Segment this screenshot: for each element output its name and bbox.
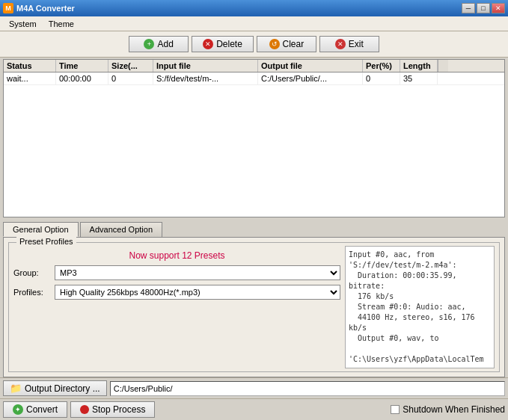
col-time: Time (56, 60, 108, 72)
cell-length: 35 (400, 72, 438, 84)
stop-button[interactable]: Stop Process (70, 401, 155, 418)
stop-icon (80, 405, 89, 414)
group-select[interactable]: MP3 (55, 265, 340, 280)
cell-size: 0 (108, 72, 153, 84)
shutdown-checkbox[interactable] (391, 405, 400, 414)
convert-button[interactable]: ✦ Convert (3, 401, 67, 418)
title-bar: M M4A Converter ─ □ ✕ (0, 0, 508, 16)
exit-icon: ✕ (335, 39, 346, 49)
app-title: M4A Converter (16, 4, 75, 13)
delete-icon: ✕ (203, 39, 213, 49)
bottom-bar: ✦ Convert Stop Process Shutdown When Fin… (0, 398, 508, 420)
col-input: Input file (153, 60, 258, 72)
folder-icon: 📁 (10, 383, 22, 394)
close-button[interactable]: ✕ (492, 3, 505, 13)
clear-button[interactable]: ↺ Clear (257, 36, 316, 52)
add-label: Add (157, 39, 173, 49)
cell-percent: 0 (363, 72, 400, 84)
exit-label: Exit (349, 39, 364, 49)
add-icon: + (144, 39, 154, 49)
file-list-area: Status Time Size(... Input file Output f… (3, 59, 505, 217)
bottom-buttons: ✦ Convert Stop Process (3, 401, 155, 418)
shutdown-area: Shutdown When Finished (391, 404, 505, 415)
col-size: Size(... (108, 60, 153, 72)
file-list-body[interactable]: wait... 00:00:00 0 S:/f/dev/test/m-... C… (4, 72, 504, 214)
shutdown-label: Shutdown When Finished (403, 404, 505, 415)
menu-bar: System Theme (0, 16, 508, 31)
file-list-header: Status Time Size(... Input file Output f… (4, 60, 504, 72)
output-dir-button[interactable]: 📁 Output Directory ... (3, 380, 107, 396)
output-dir-bar: 📁 Output Directory ... (0, 377, 508, 398)
app-icon: M (3, 3, 13, 13)
group-row: Group: MP3 (13, 265, 340, 280)
col-length: Length (400, 60, 438, 72)
tab-advanced[interactable]: Advanced Option (80, 222, 162, 237)
group-label: Group: (13, 268, 55, 277)
info-panel: Input #0, aac, from 'S:/f/dev/test/m-2.m… (345, 246, 495, 368)
preset-inner: Now support 12 Presets Group: MP3 Profil… (13, 246, 495, 368)
minimize-button[interactable]: ─ (462, 3, 475, 13)
tabs-section: General Option Advanced Option Preset Pr… (0, 219, 508, 377)
maximize-button[interactable]: □ (477, 3, 490, 13)
cell-input: S:/f/dev/test/m-... (153, 72, 258, 84)
col-percent: Per(%) (363, 60, 400, 72)
table-row[interactable]: wait... 00:00:00 0 S:/f/dev/test/m-... C… (4, 72, 504, 85)
clear-icon: ↺ (269, 39, 280, 49)
stop-label: Stop Process (92, 404, 145, 415)
exit-button[interactable]: ✕ Exit (319, 36, 379, 52)
clear-label: Clear (283, 39, 305, 49)
tab-bar: General Option Advanced Option (3, 222, 505, 237)
toolbar: + Add ✕ Delete ↺ Clear ✕ Exit (0, 31, 508, 58)
preset-profiles: Preset Profiles Now support 12 Presets G… (8, 242, 500, 372)
profiles-row: Profiles: High Quality 256kbps 48000Hz(*… (13, 285, 340, 300)
convert-icon: ✦ (13, 404, 23, 415)
add-button[interactable]: + Add (129, 36, 189, 52)
menu-system[interactable]: System (3, 18, 43, 30)
profiles-select[interactable]: High Quality 256kbps 48000Hz(*.mp3) (55, 285, 340, 300)
preset-left: Now support 12 Presets Group: MP3 Profil… (13, 246, 340, 368)
output-dir-input[interactable] (110, 381, 505, 396)
support-text: Now support 12 Presets (13, 250, 340, 261)
delete-label: Delete (216, 39, 242, 49)
profiles-label: Profiles: (13, 288, 55, 297)
main-content: + Add ✕ Delete ↺ Clear ✕ Exit Status Tim… (0, 31, 508, 420)
cell-time: 00:00:00 (56, 72, 108, 84)
output-dir-label: Output Directory ... (25, 383, 100, 394)
menu-theme[interactable]: Theme (43, 18, 80, 30)
cell-output: C:/Users/Public/... (258, 72, 363, 84)
col-status: Status (4, 60, 56, 72)
cell-status: wait... (4, 72, 56, 84)
title-bar-left: M M4A Converter (3, 3, 75, 13)
convert-label: Convert (26, 404, 58, 415)
tab-general[interactable]: General Option (3, 222, 79, 237)
scrollbar-spacer (438, 60, 448, 72)
tab-content: Preset Profiles Now support 12 Presets G… (3, 237, 505, 377)
col-output: Output file (258, 60, 363, 72)
preset-legend: Preset Profiles (16, 237, 76, 246)
delete-button[interactable]: ✕ Delete (192, 36, 254, 52)
window-controls: ─ □ ✕ (462, 3, 505, 13)
